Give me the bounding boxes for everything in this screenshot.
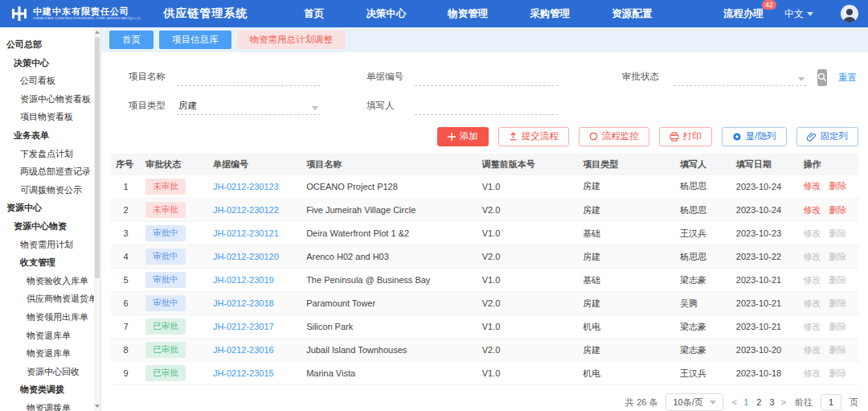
delete-link[interactable]: 删除 xyxy=(829,345,847,355)
sidebar-item[interactable]: 项目物资看板 xyxy=(0,108,100,126)
table-row[interactable]: 8 已审批 JH-0212-23016 Jubail Island Townho… xyxy=(111,339,858,362)
table-row[interactable]: 6 审批中 JH-0212-23018 Paramount Tower V2.0… xyxy=(111,292,858,315)
nav-item[interactable]: 物资管理 xyxy=(448,7,488,21)
table-row[interactable]: 2 未审批 JH-0212-230122 Five Jumeirah Villa… xyxy=(111,199,858,222)
sidebar-item[interactable]: 物资类调拨 xyxy=(0,380,100,399)
search-button[interactable] xyxy=(817,69,827,86)
sidebar-item[interactable]: 物资调拨单 xyxy=(0,399,100,411)
sidebar-item[interactable]: 资源中心物资看板 xyxy=(0,90,100,109)
sidebar-item[interactable]: 资源中心物资 xyxy=(0,217,100,236)
scroll-up-icon[interactable] xyxy=(95,31,100,34)
doc-number-link[interactable]: JH-0212-230123 xyxy=(213,182,279,191)
delete-link[interactable]: 删除 xyxy=(829,228,847,238)
modify-link[interactable]: 修改 xyxy=(804,322,821,331)
nav-item[interactable]: 决策中心 xyxy=(366,7,406,21)
status-badge: 审批中 xyxy=(145,225,186,241)
sidebar-item[interactable]: 公司总部 xyxy=(0,35,100,54)
modify-link[interactable]: 修改 xyxy=(804,252,821,261)
column-header: 序号 xyxy=(111,154,141,175)
modify-link[interactable]: 修改 xyxy=(804,345,821,355)
sidebar-item[interactable]: 物资退库单 xyxy=(0,327,100,345)
writer-input[interactable] xyxy=(415,99,558,115)
actions-cell: 修改删除 xyxy=(799,175,858,199)
sidebar-item[interactable]: 两级总部巡查记录 xyxy=(0,162,100,181)
modify-link[interactable]: 修改 xyxy=(804,205,821,215)
delete-link[interactable]: 删除 xyxy=(829,252,847,261)
project-name-input[interactable] xyxy=(177,70,320,86)
approval-status-select[interactable] xyxy=(674,70,806,86)
doc-number-link[interactable]: JH-0212-23019 xyxy=(213,275,274,285)
doc-number-link[interactable]: JH-0212-23016 xyxy=(213,345,274,355)
nav-item[interactable]: 资源配置 xyxy=(612,7,652,21)
sidebar-item[interactable]: 可调拨物资公示 xyxy=(0,181,100,199)
project-type-select[interactable]: 房建 xyxy=(177,99,320,115)
version-cell: V1.0 xyxy=(477,222,579,245)
delete-link[interactable]: 删除 xyxy=(829,368,847,378)
approval-status-label: 审批状态 xyxy=(622,71,664,86)
table-row[interactable]: 4 审批中 JH-0212-230120 Arenco H02 and H03 … xyxy=(111,245,858,269)
nav-item[interactable]: 首页 xyxy=(304,7,324,21)
doc-no-input[interactable] xyxy=(415,70,558,86)
scrollbar-thumb[interactable] xyxy=(95,37,100,278)
scroll-down-icon[interactable] xyxy=(95,405,100,408)
sidebar-item[interactable]: 供应商物资退货单 xyxy=(0,290,100,308)
sidebar-item[interactable]: 资源中心 xyxy=(0,199,100,217)
doc-number-link[interactable]: JH-0212-23015 xyxy=(213,368,274,378)
sidebar-item[interactable]: 下发盘点计划 xyxy=(0,145,100,163)
tab[interactable]: 项目信息库 xyxy=(159,31,231,49)
goto-page-input[interactable] xyxy=(821,394,841,410)
sidebar-scrollbar[interactable] xyxy=(94,27,100,411)
project-name-cell: Jubail Island Townhouses xyxy=(301,339,477,362)
delete-link[interactable]: 删除 xyxy=(829,322,847,331)
modify-link[interactable]: 修改 xyxy=(804,368,821,378)
modify-link[interactable]: 修改 xyxy=(804,228,821,238)
fixed-columns-button[interactable]: 固定列 xyxy=(796,127,859,146)
sidebar-item[interactable]: 资源中心回收 xyxy=(0,363,100,381)
doc-number-link[interactable]: JH-0212-230120 xyxy=(213,252,279,261)
tab[interactable]: 物资需用总计划调整 xyxy=(237,31,346,49)
sidebar-item[interactable]: 收支管理 xyxy=(0,253,100,272)
tab[interactable]: 首页 xyxy=(109,31,154,49)
doc-number-link[interactable]: JH-0212-230121 xyxy=(213,228,279,238)
delete-link[interactable]: 删除 xyxy=(829,181,847,191)
user-avatar[interactable] xyxy=(841,5,858,23)
page-size-select[interactable]: 10条/页 xyxy=(665,393,723,411)
sidebar-item[interactable]: 物资需用计划 xyxy=(0,236,100,254)
page-number[interactable]: 3 xyxy=(767,397,776,407)
sidebar-item[interactable]: 物资验收入库单 xyxy=(0,272,100,290)
sidebar-item[interactable]: 物资领用出库单 xyxy=(0,308,100,327)
modify-link[interactable]: 修改 xyxy=(804,275,821,285)
show-hide-columns-button[interactable]: 显/隐列 xyxy=(722,127,787,146)
language-selector[interactable]: 中文 xyxy=(784,7,813,21)
table-row[interactable]: 5 审批中 JH-0212-23019 The Peninsula @ Busi… xyxy=(111,269,858,292)
submit-flow-button[interactable]: 提交流程 xyxy=(498,127,569,146)
column-header: 单据编号 xyxy=(208,154,301,175)
page-number[interactable]: 2 xyxy=(754,397,764,407)
print-button[interactable]: 打印 xyxy=(659,127,712,146)
next-page-button[interactable]: > xyxy=(780,397,787,407)
doc-number-link[interactable]: JH-0212-23017 xyxy=(213,322,274,331)
table-row[interactable]: 1 未审批 JH-0212-230123 OCEANO Project P128… xyxy=(111,175,858,199)
delete-link[interactable]: 删除 xyxy=(829,275,847,285)
sidebar-item[interactable]: 决策中心 xyxy=(0,54,100,72)
delete-link[interactable]: 删除 xyxy=(829,298,847,308)
modify-link[interactable]: 修改 xyxy=(804,181,821,191)
process-link[interactable]: 流程办理 42 xyxy=(723,7,764,21)
page-number[interactable]: 1 xyxy=(741,397,751,407)
table-row[interactable]: 3 审批中 JH-0212-230121 Deira Waterfront Pl… xyxy=(111,222,858,245)
nav-item[interactable]: 采购管理 xyxy=(530,7,570,21)
delete-link[interactable]: 删除 xyxy=(829,205,847,215)
flow-monitor-button[interactable]: 流程监控 xyxy=(579,127,649,146)
doc-number-link[interactable]: JH-0212-23018 xyxy=(213,298,274,308)
sidebar-item[interactable]: 业务表单 xyxy=(0,126,100,145)
prev-page-button[interactable]: < xyxy=(731,397,738,407)
sidebar-item[interactable]: 公司看板 xyxy=(0,72,100,90)
add-button[interactable]: 添加 xyxy=(437,127,489,146)
table-row[interactable]: 9 已审批 JH-0212-23015 Marina Vista V1.0 机电… xyxy=(111,362,858,385)
modify-link[interactable]: 修改 xyxy=(804,298,821,308)
table-row[interactable]: 7 已审批 JH-0212-23017 Silicon Park V1.0 机电… xyxy=(111,315,858,339)
doc-number-link[interactable]: JH-0212-230122 xyxy=(213,205,279,215)
sidebar-item[interactable]: 物资退库单 xyxy=(0,344,100,363)
reset-button[interactable]: 重置 xyxy=(838,72,857,86)
company-logo: 中建中东有限责任公司 CHINA STATE CONSTRUCTION ENGR… xyxy=(10,4,152,23)
